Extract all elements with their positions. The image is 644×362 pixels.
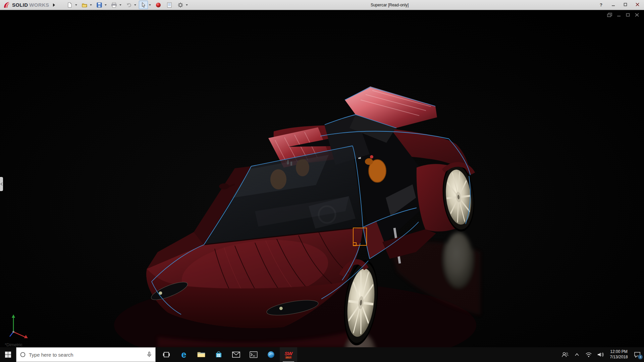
edit-appearance-button[interactable] [154,1,163,9]
store-button[interactable] [210,347,227,362]
brand-works: WORKS [29,2,49,8]
document-window-controls [607,13,639,17]
task-view-icon [163,351,170,358]
open-dropdown[interactable] [89,1,93,9]
brand-solid: SOLID [12,2,28,8]
notification-badge: 3 [638,355,643,359]
doc-restore-icon [626,13,630,17]
open-button[interactable] [80,1,89,9]
start-button[interactable] [0,347,16,362]
clock-date: 7/13/2018 [608,355,630,360]
speaker-icon [597,352,604,357]
viewport-3d-canvas[interactable] [0,10,644,347]
document-properties-button[interactable] [165,1,174,9]
view-orientation-label: *Dimetric [5,342,22,347]
save-button[interactable] [95,1,104,9]
close-button[interactable] [635,2,640,7]
dassault-systemes-icon [3,1,11,9]
taskbar-search[interactable] [16,347,156,362]
new-document-button[interactable] [65,1,74,9]
maximize-button[interactable] [623,2,628,7]
options-dropdown[interactable] [185,1,189,9]
mail-button[interactable] [227,347,245,362]
properties-sheet-icon [166,2,172,8]
windows-logo-icon [5,351,11,358]
orientation-triad [6,311,33,341]
new-document-icon [67,2,73,8]
open-folder-icon [82,2,88,8]
file-explorer-button[interactable] [193,347,210,362]
graphics-viewport[interactable]: *Dimetric [0,10,644,347]
options-button[interactable] [176,1,185,9]
task-view-button[interactable] [158,347,175,362]
taskbar-clock[interactable]: 12:00 PM 7/13/2018 [608,349,630,360]
doc-close-icon [635,13,639,17]
help-button[interactable]: ? [598,2,604,7]
taskbar: e [0,347,644,362]
undo-icon [126,2,132,8]
close-icon [636,3,639,6]
microphone-icon[interactable] [147,352,152,358]
feature-panel-collapse-handle[interactable] [0,177,3,191]
search-input[interactable] [29,352,144,358]
solidworks-2017-button[interactable]: SW 2017 [280,347,297,362]
doc-window-button[interactable] [607,13,612,17]
print-icon [111,2,117,8]
app-icon [267,351,275,359]
window-title: Supercar [Read-only] [371,3,409,7]
window-controls: ? [598,2,644,7]
edge-icon: e [181,350,186,359]
store-icon [215,351,222,358]
chevron-left-icon [0,182,3,186]
network-wifi-icon [585,352,592,357]
undo-button[interactable] [124,1,133,9]
doc-restore-button[interactable] [626,13,630,17]
minimize-icon [611,3,615,6]
people-button[interactable] [561,350,569,360]
window-icon [607,13,612,17]
quick-access-toolbar [65,1,190,9]
console-icon [250,351,258,358]
titlebar: SOLIDWORKS [0,0,644,10]
save-dropdown[interactable] [104,1,107,9]
doc-minimize-button[interactable] [616,13,621,17]
file-explorer-icon [197,351,205,358]
solidworks-logo: SOLIDWORKS [0,1,51,9]
clock-time: 12:00 PM [608,349,630,355]
new-document-dropdown[interactable] [74,1,78,9]
action-center-button[interactable]: 3 [633,350,641,360]
undo-dropdown[interactable] [133,1,137,9]
print-button[interactable] [109,1,118,9]
people-icon [561,352,569,358]
select-tool-button[interactable] [139,1,148,9]
minimize-button[interactable] [610,2,616,7]
flyout-arrow-icon [53,3,55,7]
doc-close-button[interactable] [635,13,639,17]
volume-button[interactable] [596,350,604,360]
chevron-up-icon [575,353,579,356]
print-dropdown[interactable] [118,1,122,9]
edge-button[interactable]: e [175,347,193,362]
mail-icon [232,352,240,358]
options-gear-icon [177,2,183,8]
select-cursor-icon [141,2,147,8]
select-tool-dropdown[interactable] [148,1,152,9]
cortana-icon [20,352,26,358]
menu-flyout-arrow[interactable] [51,1,57,9]
network-button[interactable] [585,350,593,360]
app-button[interactable] [262,347,280,362]
solidworks-2017-icon: SW 2017 [284,351,292,359]
save-floppy-icon [96,2,102,8]
console-button[interactable] [245,347,262,362]
maximize-icon [624,3,627,6]
system-tray: 12:00 PM 7/13/2018 3 [561,347,644,362]
hidden-icons-button[interactable] [573,350,581,360]
taskbar-apps: e [158,347,297,362]
doc-minimize-icon [616,13,621,17]
appearance-sphere-icon [155,2,161,8]
